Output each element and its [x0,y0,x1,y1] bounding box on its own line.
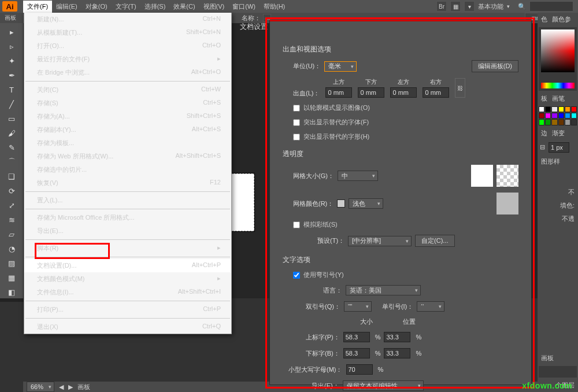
perspective-tool[interactable]: ▨ [5,257,18,269]
subscript-size-input[interactable] [343,348,370,358]
gradient-tool[interactable]: ◧ [5,286,18,298]
pen-tool[interactable]: ✒ [5,69,18,82]
bleed-right-input[interactable] [423,87,449,98]
highlight-glyphs-check[interactable]: 突出显示替代的字形(H) [283,132,518,141]
menu-select[interactable]: 选择(S) [140,1,170,13]
tab-swatches[interactable]: 板 [539,93,550,104]
edit-artboard-button[interactable]: 编辑画板(D) [472,60,518,72]
tab-opacity[interactable]: 不 [566,187,577,198]
nav-prev-icon[interactable]: ◀ [59,383,64,391]
menu-object[interactable]: 对象(O) [81,1,112,13]
pencil-tool[interactable]: ✎ [5,141,18,154]
free-transform-tool[interactable]: ▱ [5,228,18,241]
custom-button[interactable]: 自定(C)... [415,235,454,247]
menu-help[interactable]: 帮助(H) [260,1,289,13]
grid-color-select[interactable]: 浅色 [349,198,383,209]
smallcaps-input[interactable] [346,364,373,375]
line-tool[interactable]: ╱ [5,98,18,110]
type-tool[interactable]: T [5,83,18,96]
file-menu-item[interactable]: 存储为(A)...Shift+Ctrl+S [24,110,231,123]
swatches-grid[interactable] [538,105,578,127]
pct-1: % [375,334,381,341]
rotate-tool[interactable]: ⟳ [5,184,18,197]
file-menu-item[interactable]: 最近打开的文件(F)▸ [24,53,231,66]
direct-select-tool[interactable]: ▹ [5,40,18,53]
tab-artboards[interactable]: 画板 [539,353,556,364]
scale-tool[interactable]: ⤢ [5,199,18,212]
curly-quotes-check[interactable]: 使用弯引号(Y) [283,271,518,279]
file-menu-item[interactable]: 打开(O)...Ctrl+O [24,39,231,53]
file-menu-item[interactable]: 在 Bridge 中浏览...Alt+Ctrl+O [24,66,231,79]
file-menu-item[interactable]: 新建(N)...Ctrl+N [24,13,231,26]
workspace-label[interactable]: 基本功能 [478,2,503,11]
selection-tool[interactable]: ▸ [5,25,18,38]
superscript-pos-input[interactable] [384,332,410,342]
file-menu-item[interactable]: 文档设置(D)...Alt+Ctrl+P [24,259,231,272]
file-menu-item[interactable]: 存储副本(Y)...Alt+Ctrl+S [24,123,231,136]
tab-brushes[interactable]: 画笔 [550,93,567,104]
file-menu-item[interactable]: 置入(L)... [24,194,231,207]
file-menu-item[interactable]: 退出(X)Ctrl+Q [24,320,231,334]
sq-select[interactable]: ‘’ [417,301,444,312]
layout-icon[interactable]: ▾ [464,1,475,12]
mesh-tool[interactable]: ▦ [5,271,18,284]
file-menu-item[interactable]: 恢复(V)F12 [24,176,231,190]
tab-color[interactable]: 色 [539,14,550,25]
width-tool[interactable]: ≋ [5,213,18,226]
search-icon[interactable]: 🔍 [518,3,526,10]
nav-next-icon[interactable]: ▶ [68,383,73,391]
tab-stroke[interactable]: 边 [539,128,550,139]
tab-gradient[interactable]: 渐变 [550,128,567,139]
menu-file[interactable]: 文件(F) [23,1,52,13]
brush-tool[interactable]: 🖌 [5,127,18,139]
menu-effect[interactable]: 效果(C) [169,1,199,13]
bleed-top-input[interactable] [325,87,352,98]
magic-wand-tool[interactable]: ✦ [5,54,18,67]
rect-tool[interactable]: ▭ [5,112,18,125]
bleed-bottom-input[interactable] [358,87,384,98]
menu-edit[interactable]: 编辑(E) [52,1,81,13]
language-select[interactable]: 英语：美国 [346,285,421,295]
menu-view[interactable]: 视图(V) [199,1,229,13]
blob-brush-tool[interactable]: ⌒ [5,156,18,168]
file-menu-item[interactable]: 存储为 Web 所用格式(W)...Alt+Shift+Ctrl+S [24,150,231,163]
color-picker-panel[interactable] [539,27,577,91]
search-input[interactable] [529,1,573,12]
file-menu-item[interactable]: 导出(E)... [24,224,231,238]
shape-builder-tool[interactable]: ◔ [5,242,18,255]
tab-graphic-styles[interactable]: 图形样 [539,156,562,167]
bridge-icon[interactable]: Br [436,1,447,12]
file-menu-item[interactable]: 打印(P)...Ctrl+P [24,303,231,316]
preset-select[interactable]: [中分辨率] [348,236,412,246]
tab-colorguide[interactable]: 颜色参 [550,14,573,25]
menu-window[interactable]: 窗口(W) [228,1,260,13]
tab-transparency[interactable]: 不透 [560,213,577,224]
menu-type[interactable]: 文字(T) [112,1,140,13]
subscript-pos-input[interactable] [384,348,410,358]
bleed-left-input[interactable] [390,87,417,98]
chevron-down-icon[interactable]: ▾ [507,3,510,9]
tab-fill[interactable]: 填色: [558,200,577,211]
highlight-fonts-check[interactable]: 突出显示替代的字体(F) [283,118,518,127]
simulate-paper-check[interactable]: 模拟彩纸(S) [283,220,518,229]
file-menu-item[interactable]: 脚本(R)▸ [24,242,231,255]
file-menu-item[interactable]: 存储(S)Ctrl+S [24,97,231,110]
stroke-width-input[interactable] [549,142,569,153]
zoom-select[interactable]: 66% [27,382,54,392]
grid-size-select[interactable]: 中 [338,171,378,181]
file-menu-item[interactable]: 关闭(C)Ctrl+W [24,83,231,97]
file-menu-item[interactable]: 存储为 Microsoft Office 所用格式... [24,211,231,224]
unit-select[interactable]: 毫米 [324,61,357,72]
link-bleed-icon[interactable]: ⛓ [455,78,465,98]
arrange-icon[interactable]: ▦ [450,1,461,12]
file-menu-item[interactable]: 文档颜色模式(M)▸ [24,272,231,286]
file-menu-item[interactable]: 从模板新建(T)...Shift+Ctrl+N [24,26,231,39]
superscript-size-input[interactable] [343,332,370,342]
file-menu-item[interactable]: 存储选中的切片... [24,163,231,176]
file-menu-item[interactable]: 存储为模板... [24,136,231,150]
export-select[interactable]: 保留文本可编辑性 [343,380,424,391]
file-menu-item[interactable]: 文件信息(I)...Alt+Shift+Ctrl+I [24,286,231,299]
eraser-tool[interactable]: ❑ [5,170,18,183]
outline-mode-check[interactable]: 以轮廓模式显示图像(O) [283,103,518,112]
dq-select[interactable]: “” [344,301,372,312]
